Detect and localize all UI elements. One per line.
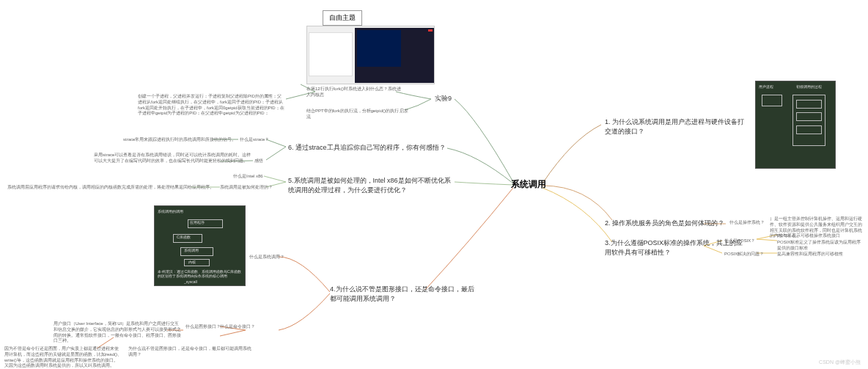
experiment-label: 实验9 [435, 95, 452, 102]
title-text: 自由主题 [329, 14, 356, 21]
exp-detail-2: 结合PPT中的fork的执行流，分析getpid()的执行流 [306, 109, 402, 120]
q6-d1: strace常用来跟踪进程执行时的系统调用和所接收的信号。 [123, 137, 237, 143]
q3-d2: POSIX标准定义了操作系统应该为应用程序提供的接口标准 [777, 240, 865, 252]
experiment-node: 实验9 [435, 94, 452, 103]
q4-sub2a: 什么是图形接口？ [185, 324, 221, 330]
experiment-screenshot [306, 26, 435, 84]
q3-d3: 提高兼容性和应用程序的可移植性 [777, 252, 843, 257]
q5-sub1: 什么是Intel x86 [233, 174, 263, 180]
q4-d2: 因为不管是命令行还是图面，用户实质上都是通过进程来使用计算机，而这些程序的关键就… [4, 346, 122, 369]
q5-d1: 系统调用层应用程序的请求传给内核，调用相应的内核函数完成所需的处理，将处理结果返… [7, 185, 216, 191]
q6-d2: 采用strace可以查看是否有系统调用错误，同时还可以统计系统调用的耗时。这样可… [94, 153, 251, 164]
exp-detail-3: 创建一个子进程，父进程并发运行；子进程复制父进程除PID外的属性；父进程从for… [138, 94, 284, 117]
title-box: 自由主题 [323, 10, 362, 26]
q2-sub: 什么是操作系统？ [729, 220, 765, 226]
exp-detail-1: 在第12行执行fork()时系统进入到什么态？系统进入内核态 [306, 87, 402, 98]
q3-node: 3.为什么遵循POSIX标准的操作系统，其上的应用软件具有可移植性？ [605, 238, 744, 257]
center-node: 系统调用 [511, 178, 546, 191]
watermark: CSDN @蜂蜜小熊 [819, 359, 861, 366]
chalkboard-right: 用户进程 初级调用的过程 [755, 81, 836, 169]
q4-node: 4.为什么说不管是图形接口，还是命令接口，最后都可能调用系统调用？ [330, 285, 477, 304]
q1-node: 1. 为什么说系统调用是用户态进程与硬件设备打交道的接口？ [605, 117, 744, 136]
q4-d1: 用户接口（User Interface，简称 UI）是系统和用户之间进行交互和信… [54, 321, 182, 344]
q4-d3: 为什么说不管是图形接口，还是命令接口，最后都可能调用系统调用？ [128, 346, 253, 358]
chalkboard-left: 系统调用的调用 应用程序 C库函数 系统调用 内核 本·柯尼汉：通过C库函数、系… [154, 205, 246, 286]
q5-sub2: 系统调用是被如何处理的？ [220, 185, 273, 191]
q2-node: 2. 操作系统服务员的角色是如何体现的？ [605, 219, 729, 228]
q4-sub2b: 什么是命令接口？ [220, 324, 255, 330]
q6-sub2: 感悟 [254, 158, 263, 164]
q6-sub1: 什么是strace？ [240, 137, 269, 143]
center-label: 系统调用 [511, 179, 546, 189]
q5-node: 5.系统调用是被如何处理的，Intel x86是如何不断优化系统调用的处理过程，… [288, 176, 453, 195]
q3-d1: POSIX 表示可移植操作系统接口 [777, 233, 840, 239]
q4-sub: 什么是系统调用？ [249, 255, 284, 260]
q6-node: 6. 通过strace工具追踪你自己写的程序，你有何感悟？ [288, 143, 446, 153]
q3-sub1: 什么是POSIX？ [724, 238, 755, 244]
q3-sub2: POSIX解决的问题？ [724, 252, 764, 257]
